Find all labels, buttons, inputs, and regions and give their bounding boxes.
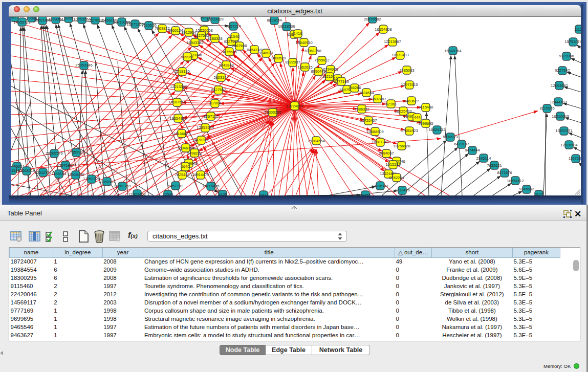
svg-text:9463627: 9463627 (404, 99, 419, 103)
svg-text:17957225: 17957225 (83, 177, 100, 181)
svg-text:9084067: 9084067 (379, 151, 394, 156)
svg-text:8267110: 8267110 (204, 114, 219, 119)
svg-text:9135: 9135 (219, 192, 227, 195)
svg-text:10688609: 10688609 (366, 129, 383, 134)
svg-text:444: 444 (414, 115, 421, 120)
svg-text:17016504: 17016504 (560, 143, 577, 147)
svg-text:16782759: 16782759 (114, 184, 130, 188)
svg-text:9242848: 9242848 (219, 63, 233, 68)
svg-text:16409112: 16409112 (429, 127, 446, 132)
svg-text:1903904: 1903904 (48, 17, 63, 21)
svg-text:2803144: 2803144 (213, 75, 228, 80)
svg-text:10958107: 10958107 (98, 180, 115, 184)
svg-text:8322037: 8322037 (285, 60, 300, 64)
svg-text:19218506: 19218506 (278, 24, 295, 29)
svg-text:3675685: 3675685 (222, 50, 236, 54)
svg-text:11923468: 11923468 (129, 192, 146, 195)
svg-text:9252254: 9252254 (389, 176, 404, 180)
svg-text:20504: 20504 (163, 192, 173, 195)
svg-text:15716485: 15716485 (202, 184, 219, 188)
svg-text:7663822: 7663822 (155, 26, 169, 31)
svg-text:2718126: 2718126 (175, 69, 189, 74)
svg-text:5938923: 5938923 (443, 135, 458, 139)
svg-text:9329966: 9329966 (559, 54, 574, 58)
svg-text:19166827: 19166827 (173, 132, 190, 136)
svg-text:1546: 1546 (231, 34, 239, 39)
svg-text:746266: 746266 (348, 85, 361, 90)
svg-text:14136141: 14136141 (372, 184, 388, 188)
svg-text:9245652: 9245652 (519, 187, 534, 191)
svg-text:18807249: 18807249 (372, 140, 388, 144)
svg-text:16154808: 16154808 (375, 27, 391, 32)
svg-text:1527602: 1527602 (88, 18, 102, 23)
svg-text:19756928: 19756928 (393, 144, 410, 148)
svg-text:2897: 2897 (11, 17, 18, 19)
svg-text:11123: 11123 (574, 27, 581, 32)
svg-text:8878352: 8878352 (193, 138, 208, 142)
svg-text:9777169: 9777169 (334, 79, 349, 84)
svg-text:9227342: 9227342 (555, 68, 570, 73)
svg-text:9474444: 9474444 (465, 148, 480, 152)
svg-text:15751074: 15751074 (564, 39, 581, 44)
svg-text:16107554: 16107554 (168, 100, 185, 104)
svg-text:1167533: 1167533 (569, 156, 581, 161)
svg-text:1362615: 1362615 (297, 65, 312, 70)
svg-text:17654923: 17654923 (401, 128, 418, 133)
svg-text:16648764: 16648764 (444, 49, 461, 53)
svg-text:17359928: 17359928 (68, 150, 84, 155)
svg-text:1145194: 1145194 (52, 171, 67, 176)
svg-text:9177: 9177 (535, 192, 543, 195)
svg-text:10607487: 10607487 (369, 97, 386, 101)
svg-text:16210643: 16210643 (552, 114, 569, 119)
svg-text:12213967: 12213967 (384, 39, 401, 44)
svg-text:7986322: 7986322 (354, 107, 369, 112)
svg-text:8186328: 8186328 (207, 36, 222, 41)
svg-text:13975867: 13975867 (57, 163, 74, 168)
svg-text:62160: 62160 (386, 102, 397, 106)
svg-text:5498222: 5498222 (187, 151, 202, 156)
svg-text:1588520: 1588520 (271, 56, 286, 60)
svg-text:16033809: 16033809 (206, 17, 223, 21)
svg-text:917004: 917004 (208, 101, 221, 105)
svg-text:1733426: 1733426 (395, 188, 409, 192)
svg-text:19384554: 19384554 (308, 139, 324, 143)
svg-text:2867608: 2867608 (232, 43, 247, 48)
svg-text:1615132: 1615132 (385, 162, 400, 167)
svg-text:1640: 1640 (181, 164, 190, 169)
svg-text:7632621: 7632621 (487, 163, 502, 168)
svg-text:12444193: 12444193 (550, 100, 567, 104)
svg-text:12505135: 12505135 (67, 172, 84, 177)
svg-text:10961758: 10961758 (304, 49, 321, 53)
svg-text:12975115: 12975115 (401, 82, 418, 87)
svg-text:1419: 1419 (294, 31, 302, 36)
svg-text:25053346: 25053346 (75, 63, 92, 68)
svg-text:16914479: 16914479 (192, 172, 209, 177)
svg-text:15720407: 15720407 (360, 118, 377, 123)
svg-text:11568219: 11568219 (18, 168, 35, 173)
svg-text:8215955: 8215955 (539, 106, 554, 111)
svg-text:16543382: 16543382 (186, 40, 203, 45)
svg-text:9827503: 9827503 (194, 33, 209, 38)
svg-text:9699695: 9699695 (418, 121, 433, 126)
svg-text:25300295: 25300295 (264, 110, 281, 115)
svg-text:12942737: 12942737 (34, 170, 51, 175)
svg-text:13692971: 13692971 (555, 128, 572, 133)
svg-text:6479197: 6479197 (454, 142, 469, 146)
svg-text:1855: 1855 (64, 17, 73, 20)
svg-text:7485063: 7485063 (399, 68, 414, 73)
svg-text:12213369: 12213369 (170, 84, 187, 89)
svg-text:12353594: 12353594 (197, 125, 213, 130)
svg-text:19654925: 19654925 (169, 116, 186, 121)
svg-text:20206576: 20206576 (46, 151, 62, 156)
svg-text:7625402: 7625402 (175, 172, 189, 177)
svg-text:2935114: 2935114 (476, 156, 491, 161)
svg-text:9146821: 9146821 (258, 51, 273, 55)
svg-text:3624554: 3624554 (359, 91, 374, 95)
svg-text:7955812: 7955812 (314, 58, 329, 62)
svg-text:8471676: 8471676 (497, 170, 512, 175)
svg-text:9115460: 9115460 (419, 105, 433, 110)
svg-text:10973493: 10973493 (391, 53, 408, 57)
svg-text:10654112: 10654112 (507, 179, 524, 183)
svg-text:9457791: 9457791 (168, 184, 183, 188)
svg-text:12093582: 12093582 (551, 83, 568, 88)
